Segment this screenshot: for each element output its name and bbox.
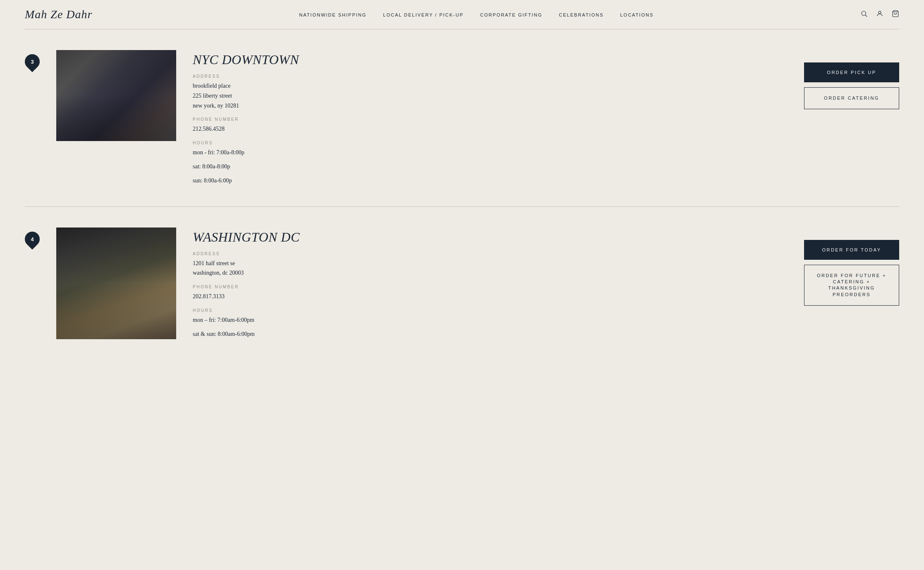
hours-dc: mon – fri: 7:00am-6:00pm sat & sun: 8:00… xyxy=(193,315,788,339)
location-image-dc xyxy=(56,228,176,339)
nav-item-local-delivery[interactable]: LOCAL DELIVERY / PICK-UP xyxy=(383,11,464,18)
svg-point-0 xyxy=(862,11,866,16)
phone-nyc: 212.586.4528 xyxy=(193,124,788,134)
hours-label-dc: HOURS xyxy=(193,308,788,313)
nav-item-locations[interactable]: LOCATIONS xyxy=(620,11,654,18)
nav-item-corporate[interactable]: CORPORATE GIFTING xyxy=(480,11,543,18)
main-nav: Mah Ze Dahr NATIONWIDE SHIPPING LOCAL DE… xyxy=(0,0,924,29)
order-today-button-dc[interactable]: ORDER FOR TODAY xyxy=(804,240,899,260)
address-label-nyc: ADDRESS xyxy=(193,74,788,79)
location-title-dc: WASHINGTON DC xyxy=(193,230,788,245)
nav-icons xyxy=(860,10,899,19)
location-image-nyc xyxy=(56,50,176,141)
order-pickup-button-nyc[interactable]: ORDER PICK UP xyxy=(804,62,899,82)
phone-dc: 202.817.3133 xyxy=(193,292,788,302)
location-marker-4: 4 xyxy=(22,228,43,249)
search-icon[interactable] xyxy=(860,10,868,19)
order-catering-button-nyc[interactable]: ORDER CATERING xyxy=(804,87,899,109)
order-future-button-dc[interactable]: ORDER FOR FUTURE + CATERING + THANKSGIVI… xyxy=(804,265,899,306)
location-nyc: 3 NYC DOWNTOWN ADDRESS brookfield place … xyxy=(0,29,924,206)
location-info-nyc: NYC DOWNTOWN ADDRESS brookfield place 22… xyxy=(193,50,788,186)
location-actions-nyc: ORDER PICK UP ORDER CATERING xyxy=(804,50,899,109)
nav-item-nationwide[interactable]: NATIONWIDE SHIPPING xyxy=(299,11,366,18)
svg-line-1 xyxy=(865,15,867,17)
phone-label-dc: PHONE NUMBER xyxy=(193,285,788,289)
address-nyc: brookfield place 225 liberty street new … xyxy=(193,81,788,110)
nav-item-celebrations[interactable]: CELEBRATIONS xyxy=(559,11,603,18)
account-icon[interactable] xyxy=(876,10,883,19)
svg-point-2 xyxy=(879,11,881,14)
location-marker-3: 3 xyxy=(22,51,43,72)
address-dc: 1201 half street se washington, dc 20003 xyxy=(193,259,788,278)
logo[interactable]: Mah Ze Dahr xyxy=(25,8,92,21)
address-label-dc: ADDRESS xyxy=(193,251,788,256)
cart-icon[interactable] xyxy=(892,10,899,19)
location-title-nyc: NYC DOWNTOWN xyxy=(193,52,788,67)
location-info-dc: WASHINGTON DC ADDRESS 1201 half street s… xyxy=(193,228,788,339)
location-actions-dc: ORDER FOR TODAY ORDER FOR FUTURE + CATER… xyxy=(804,228,899,306)
location-dc: 4 WASHINGTON DC ADDRESS 1201 half street… xyxy=(0,207,924,360)
nav-links: NATIONWIDE SHIPPING LOCAL DELIVERY / PIC… xyxy=(299,11,654,18)
hours-label-nyc: HOURS xyxy=(193,141,788,145)
phone-label-nyc: PHONE NUMBER xyxy=(193,117,788,122)
hours-nyc: mon - fri: 7:00a-8:00p sat: 8:00a-8:00p … xyxy=(193,148,788,185)
